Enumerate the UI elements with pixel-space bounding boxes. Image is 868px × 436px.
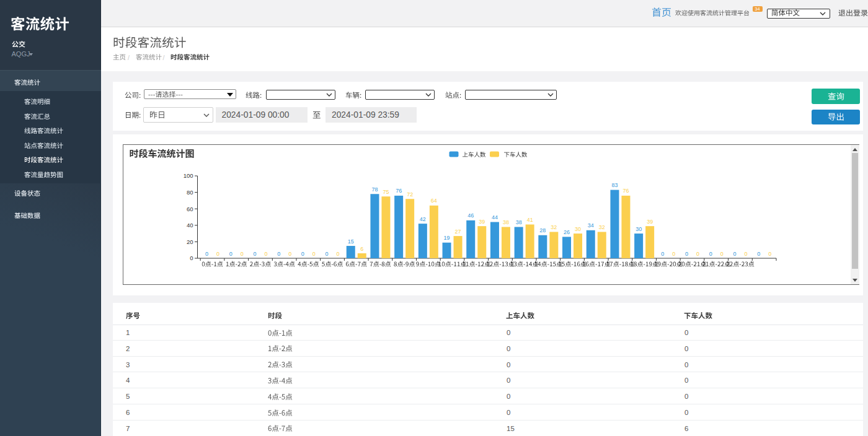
svg-text:0: 0 [661,251,664,257]
svg-text:83: 83 [611,182,618,188]
svg-text:76: 76 [622,188,629,194]
svg-text:0: 0 [277,251,280,257]
svg-text:20: 20 [186,238,193,245]
svg-text:0: 0 [744,251,747,257]
svg-text:0: 0 [216,251,219,257]
svg-text:0: 0 [312,251,315,257]
svg-text:30: 30 [636,226,642,232]
svg-text:39: 39 [479,219,485,225]
svg-text:28: 28 [539,227,546,233]
svg-text:0: 0 [240,251,243,257]
svg-text:27: 27 [454,229,461,235]
svg-text:15: 15 [347,238,353,245]
svg-text:19: 19 [443,235,450,241]
svg-text:0: 0 [190,255,193,261]
svg-text:0: 0 [733,251,736,257]
svg-text:42: 42 [419,216,425,222]
svg-text:44: 44 [491,214,497,220]
svg-text:100: 100 [183,172,193,179]
svg-text:0: 0 [336,251,339,257]
svg-text:41: 41 [526,217,533,223]
svg-text:0: 0 [709,251,712,257]
svg-text:76: 76 [396,188,402,194]
svg-text:0: 0 [253,251,256,257]
svg-text:0: 0 [301,251,304,257]
svg-text:39: 39 [647,219,653,225]
svg-text:0: 0 [757,251,760,257]
svg-text:0: 0 [205,251,208,257]
svg-text:46: 46 [467,212,474,219]
svg-text:30: 30 [575,226,581,232]
svg-text:75: 75 [383,189,389,195]
svg-text:0: 0 [325,251,328,257]
svg-text:64: 64 [430,198,436,204]
svg-text:40: 40 [186,222,193,229]
svg-text:38: 38 [502,219,508,225]
svg-text:6: 6 [360,246,363,252]
svg-text:38: 38 [515,219,521,225]
svg-text:78: 78 [371,186,378,193]
svg-text:60: 60 [186,206,193,212]
svg-text:0: 0 [264,251,267,257]
svg-text:0: 0 [229,251,232,257]
svg-text:0: 0 [685,251,688,257]
svg-text:0: 0 [720,251,723,257]
svg-text:0: 0 [768,251,771,257]
svg-text:0: 0 [288,251,291,257]
svg-text:32: 32 [551,224,557,230]
svg-text:80: 80 [186,189,193,196]
svg-text:0: 0 [672,251,675,257]
svg-text:0: 0 [696,251,699,257]
svg-text:34: 34 [587,222,593,229]
svg-text:32: 32 [598,224,604,230]
svg-text:26: 26 [564,229,570,235]
svg-text:72: 72 [407,191,413,198]
